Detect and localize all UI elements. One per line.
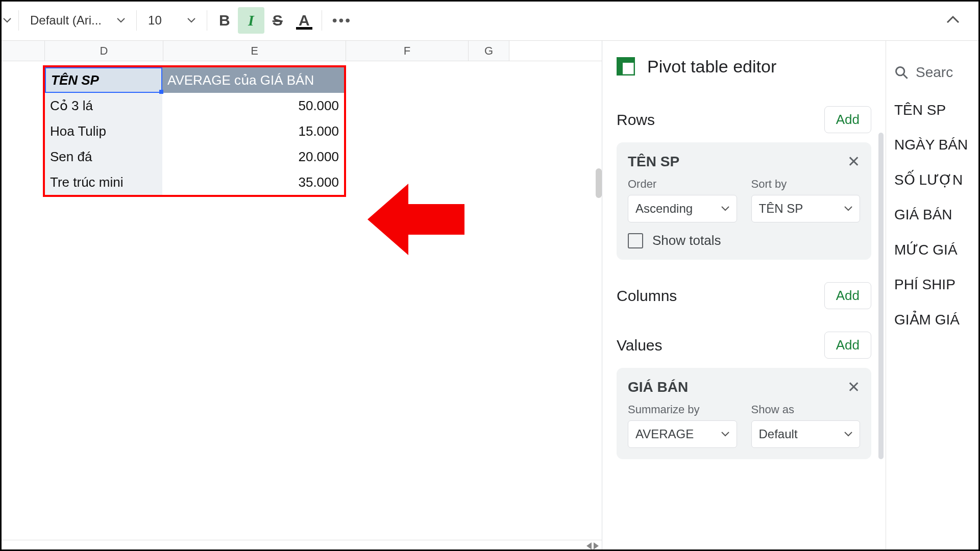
showas-value: Default	[759, 427, 798, 441]
pivot-header-value[interactable]: AVERAGE của GIÁ BÁN	[162, 67, 344, 93]
bold-button[interactable]: B	[211, 7, 238, 34]
add-values-button[interactable]: Add	[824, 332, 871, 359]
column-headers: D E F G	[0, 41, 602, 61]
pivot-row-name: Hoa Tulip	[45, 118, 162, 144]
rows-card: TÊN SP ✕ Order Ascending Sort by	[617, 142, 871, 260]
pivot-header-name[interactable]: TÊN SP	[45, 67, 162, 93]
summarize-value: AVERAGE	[635, 427, 694, 441]
chevron-down-icon	[844, 206, 852, 211]
field-item[interactable]: TÊN SP	[886, 93, 980, 128]
horizontal-scrollbar[interactable]	[0, 540, 602, 551]
chevron-down-icon	[187, 18, 195, 23]
text-color-swatch	[296, 27, 312, 30]
pivot-row-value: 15.000	[162, 118, 344, 144]
search-icon[interactable]	[894, 65, 909, 80]
close-icon[interactable]: ✕	[847, 378, 860, 396]
field-item[interactable]: NGÀY BÁN	[886, 128, 980, 162]
showas-select[interactable]: Default	[751, 420, 861, 448]
svg-marker-0	[368, 184, 464, 255]
italic-button[interactable]: I	[238, 7, 264, 34]
values-card-title: GIÁ BÁN	[628, 379, 688, 395]
vertical-scrollbar-thumb[interactable]	[596, 168, 602, 198]
font-family-value: Default (Ari...	[30, 13, 102, 28]
scroll-right-icon[interactable]	[594, 542, 599, 549]
sortby-value: TÊN SP	[759, 202, 803, 216]
font-size-select[interactable]: 10	[141, 13, 203, 28]
pivot-row-name: Tre trúc mini	[45, 169, 162, 195]
editor-title: Pivot table editor	[647, 57, 776, 77]
spreadsheet-area[interactable]: D E F G TÊN SP AVERAGE của GIÁ BÁN Cỏ 3 …	[0, 41, 602, 551]
separator	[207, 10, 207, 31]
pivot-table-output[interactable]: TÊN SP AVERAGE của GIÁ BÁN Cỏ 3 lá 50.00…	[43, 65, 346, 197]
summarize-select[interactable]: AVERAGE	[628, 420, 737, 448]
rows-section-label: Rows	[617, 111, 655, 129]
column-header-d[interactable]: D	[45, 41, 163, 61]
field-item[interactable]: GIẢM GIÁ	[886, 302, 980, 337]
show-totals-checkbox[interactable]	[628, 233, 643, 248]
fields-list: Searc TÊN SP NGÀY BÁN SỐ LƯỢN GIÁ BÁN MỨ…	[886, 41, 980, 551]
svg-rect-3	[617, 58, 623, 75]
table-row[interactable]: Tre trúc mini 35.000	[45, 169, 344, 195]
strikethrough-button[interactable]: S	[264, 7, 291, 34]
pivot-row-name: Sen đá	[45, 144, 162, 169]
rows-card-title: TÊN SP	[628, 154, 679, 170]
order-label: Order	[628, 178, 737, 191]
values-section-label: Values	[617, 337, 663, 354]
pivot-row-value: 50.000	[162, 93, 344, 118]
pivot-row-name: Cỏ 3 lá	[45, 93, 162, 118]
sortby-label: Sort by	[751, 178, 861, 191]
order-value: Ascending	[635, 202, 693, 216]
annotation-arrow-icon	[368, 179, 464, 260]
editor-scrollbar[interactable]	[878, 133, 884, 459]
summarize-label: Summarize by	[628, 403, 737, 416]
column-header-g[interactable]: G	[469, 41, 509, 61]
pivot-row-value: 35.000	[162, 169, 344, 195]
font-family-select[interactable]: Default (Ari...	[23, 13, 132, 28]
pivot-header-row: TÊN SP AVERAGE của GIÁ BÁN	[45, 67, 344, 93]
more-options-button[interactable]: •••	[326, 12, 358, 29]
separator	[136, 10, 137, 31]
field-item[interactable]: SỐ LƯỢN	[886, 162, 980, 197]
pivot-row-value: 20.000	[162, 144, 344, 169]
toolbar-leading-dropdown[interactable]	[0, 0, 14, 40]
separator	[18, 10, 19, 31]
table-row[interactable]: Hoa Tulip 15.000	[45, 118, 344, 144]
text-color-label: A	[299, 12, 310, 29]
chevron-down-icon	[117, 18, 125, 23]
sortby-select[interactable]: TÊN SP	[751, 195, 861, 222]
field-item[interactable]: PHÍ SHIP	[886, 267, 980, 302]
pivot-table-icon	[617, 57, 635, 76]
column-header-e[interactable]: E	[163, 41, 346, 61]
table-row[interactable]: Sen đá 20.000	[45, 144, 344, 169]
show-totals-label: Show totals	[652, 233, 721, 248]
scroll-left-icon[interactable]	[586, 542, 592, 549]
pivot-editor-panel: Pivot table editor Rows Add TÊN SP ✕ Ord…	[602, 41, 980, 551]
values-card: GIÁ BÁN ✕ Summarize by AVERAGE Show as	[617, 368, 871, 459]
field-item[interactable]: MỨC GIÁ	[886, 232, 980, 267]
text-color-button[interactable]: A	[291, 7, 317, 34]
add-columns-button[interactable]: Add	[824, 282, 871, 309]
chevron-down-icon	[721, 432, 729, 437]
close-icon[interactable]: ✕	[847, 153, 860, 170]
column-header-f[interactable]: F	[346, 41, 469, 61]
separator	[322, 10, 322, 31]
chevron-down-icon	[721, 206, 729, 211]
svg-point-4	[896, 67, 904, 76]
collapse-toolbar-button[interactable]	[946, 15, 960, 26]
search-input[interactable]: Searc	[916, 64, 953, 81]
chevron-down-icon	[844, 432, 852, 437]
table-row[interactable]: Cỏ 3 lá 50.000	[45, 93, 344, 118]
order-select[interactable]: Ascending	[628, 195, 737, 222]
field-item[interactable]: GIÁ BÁN	[886, 197, 980, 232]
svg-line-5	[903, 74, 908, 79]
row-header-gutter	[0, 41, 45, 61]
showas-label: Show as	[751, 403, 861, 416]
toolbar: Default (Ari... 10 B I S A •••	[0, 0, 980, 41]
font-size-value: 10	[148, 13, 162, 28]
columns-section-label: Columns	[617, 287, 677, 305]
add-rows-button[interactable]: Add	[824, 106, 871, 133]
